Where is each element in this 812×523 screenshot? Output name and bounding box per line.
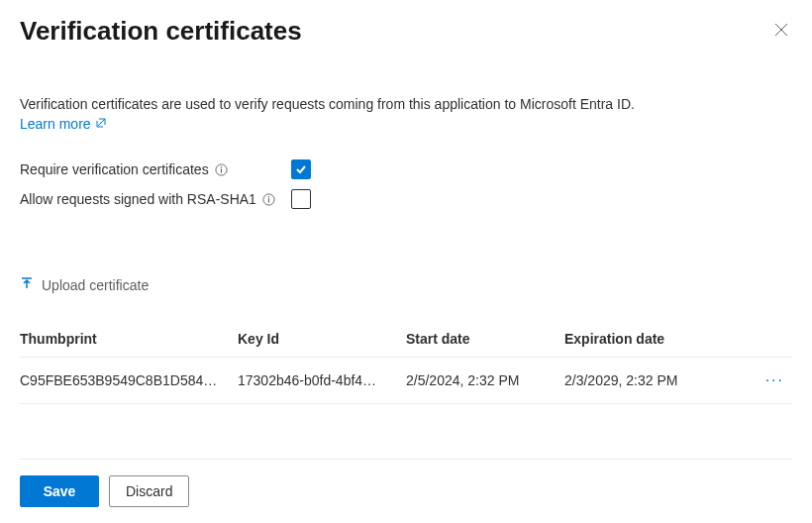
close-icon [774,23,788,40]
cell-start: 2/5/2024, 2:32 PM [406,372,564,388]
external-link-icon [95,116,107,132]
more-icon: ··· [765,371,784,388]
require-cert-checkbox[interactable] [291,159,311,179]
cell-expiration: 2/3/2029, 2:32 PM [564,372,723,388]
description-text: Verification certificates are used to ve… [20,94,792,114]
svg-rect-2 [221,168,222,172]
info-icon[interactable] [215,162,229,176]
col-header-start[interactable]: Start date [406,331,564,347]
cell-keyid: 17302b46-b0fd-4bf4… [238,372,406,388]
require-cert-label: Require verification certificates [20,161,209,177]
col-header-expiration[interactable]: Expiration date [564,331,723,347]
svg-rect-5 [268,198,269,202]
col-header-keyid[interactable]: Key Id [238,331,406,347]
svg-point-4 [268,195,269,196]
upload-label: Upload certificate [42,277,149,293]
allow-rsa-checkbox[interactable] [291,189,311,209]
upload-certificate-button[interactable]: Upload certificate [20,272,149,297]
discard-button[interactable]: Discard [109,475,189,507]
learn-more-link[interactable]: Learn more [20,116,107,132]
page-title: Verification certificates [20,16,302,47]
save-button[interactable]: Save [20,475,99,507]
col-header-thumbprint[interactable]: Thumbprint [20,331,238,347]
svg-point-1 [221,165,222,166]
cell-thumbprint: C95FBE653B9549C8B1D584… [20,372,238,388]
learn-more-label: Learn more [20,116,91,132]
table-row[interactable]: C95FBE653B9549C8B1D584… 17302b46-b0fd-4b… [20,357,792,404]
allow-rsa-label: Allow requests signed with RSA-SHA1 [20,191,256,207]
info-icon[interactable] [262,192,276,206]
upload-icon [20,276,34,293]
row-actions-button[interactable]: ··· [765,371,784,389]
close-button[interactable] [770,19,792,45]
certificates-table: Thumbprint Key Id Start date Expiration … [20,321,792,404]
